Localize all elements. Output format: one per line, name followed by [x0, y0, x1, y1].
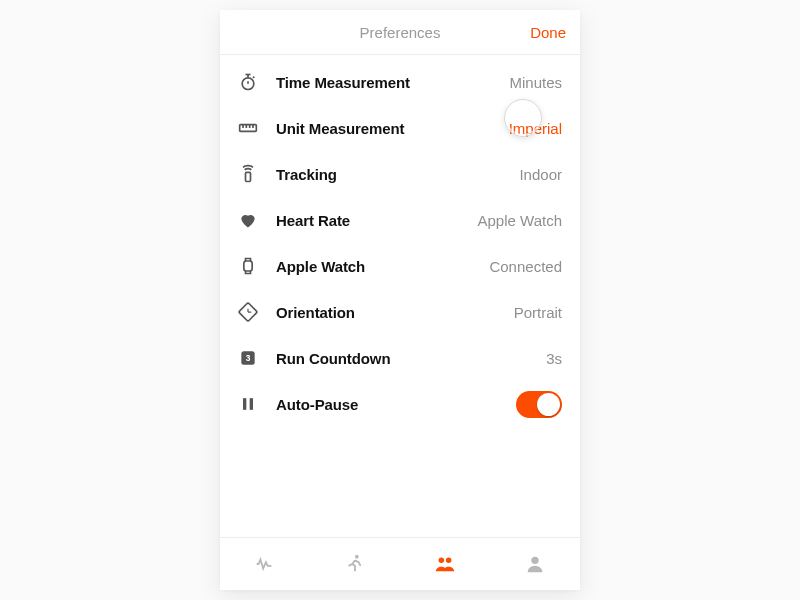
row-value: Portrait — [514, 304, 562, 321]
row-label: Unit Measurement — [276, 120, 404, 137]
row-run-countdown[interactable]: 3 Run Countdown 3s — [220, 335, 580, 381]
row-label: Tracking — [276, 166, 337, 183]
watch-icon — [238, 256, 258, 276]
svg-point-9 — [355, 555, 359, 559]
row-unit-measurement[interactable]: Unit Measurement Imperial — [220, 105, 580, 151]
row-value: Indoor — [519, 166, 562, 183]
row-label: Apple Watch — [276, 258, 365, 275]
heart-icon — [238, 210, 258, 230]
row-apple-watch[interactable]: Apple Watch Connected — [220, 243, 580, 289]
row-value: Apple Watch — [478, 212, 563, 229]
row-label: Run Countdown — [276, 350, 391, 367]
tab-profile[interactable] — [524, 553, 546, 575]
row-tracking[interactable]: Tracking Indoor — [220, 151, 580, 197]
svg-text:3: 3 — [246, 353, 251, 363]
tab-activity[interactable] — [254, 553, 276, 575]
svg-point-11 — [446, 558, 452, 564]
page-title: Preferences — [360, 24, 441, 41]
stopwatch-icon — [238, 72, 258, 92]
remote-signal-icon — [238, 164, 258, 184]
row-value: Imperial — [509, 120, 562, 137]
row-label: Orientation — [276, 304, 355, 321]
svg-rect-3 — [244, 261, 252, 271]
row-value: Connected — [489, 258, 562, 275]
row-time-measurement[interactable]: Time Measurement Minutes — [220, 59, 580, 105]
header: Preferences Done — [220, 10, 580, 55]
svg-point-0 — [242, 78, 254, 90]
svg-rect-8 — [250, 398, 253, 410]
row-label: Time Measurement — [276, 74, 410, 91]
row-auto-pause[interactable]: Auto-Pause — [220, 381, 580, 427]
row-label: Auto-Pause — [276, 396, 358, 413]
row-value: 3s — [546, 350, 562, 367]
done-button[interactable]: Done — [530, 10, 566, 54]
svg-point-12 — [531, 557, 538, 564]
svg-rect-7 — [243, 398, 246, 410]
rotate-icon — [238, 302, 258, 322]
pause-icon — [238, 394, 258, 414]
preferences-screen: Preferences Done Time Measurement Minute… — [220, 10, 580, 590]
countdown-icon: 3 — [238, 348, 258, 368]
tab-runner[interactable] — [344, 553, 366, 575]
row-heart-rate[interactable]: Heart Rate Apple Watch — [220, 197, 580, 243]
settings-list: Time Measurement Minutes Unit Measuremen… — [220, 59, 580, 427]
row-orientation[interactable]: Orientation Portrait — [220, 289, 580, 335]
svg-point-10 — [439, 558, 445, 564]
tab-bar — [220, 537, 580, 590]
auto-pause-toggle[interactable] — [516, 391, 562, 418]
tab-friends[interactable] — [434, 553, 456, 575]
svg-rect-2 — [246, 172, 251, 181]
row-label: Heart Rate — [276, 212, 350, 229]
row-value: Minutes — [509, 74, 562, 91]
ruler-icon — [238, 118, 258, 138]
